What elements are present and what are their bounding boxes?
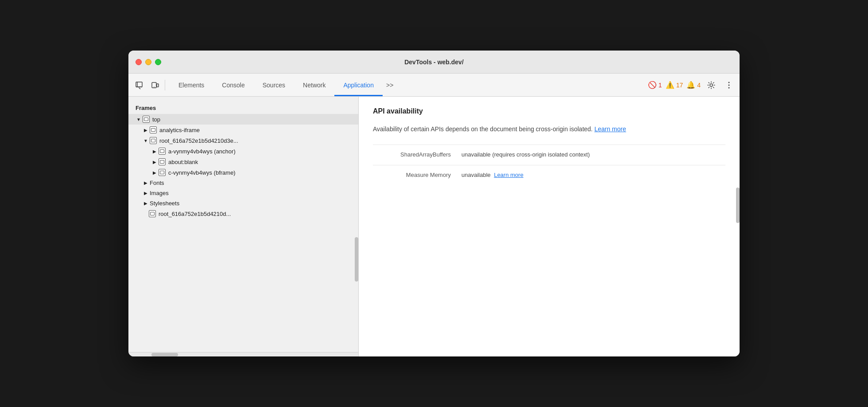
error-icon: 🚫 xyxy=(648,81,657,89)
sidebar-item-root[interactable]: root_616a752e1b5d4210d3e... xyxy=(128,135,358,146)
sidebar-item-root2[interactable]: root_616a752e1b5d4210d... xyxy=(128,208,358,219)
expand-icon xyxy=(151,169,158,176)
warning-count-badge[interactable]: ⚠️ 17 xyxy=(666,81,683,89)
svg-rect-0 xyxy=(136,82,142,87)
sidebar-section-frames: Frames xyxy=(128,102,358,114)
api-description: Availability of certain APIs depends on … xyxy=(373,124,674,134)
warning-icon: ⚠️ xyxy=(666,81,674,89)
sidebar-item-images[interactable]: Images xyxy=(128,188,358,198)
more-vertical-icon xyxy=(728,82,730,89)
right-panel-scrollbar xyxy=(736,97,740,356)
expand-icon xyxy=(143,190,149,196)
expand-icon xyxy=(136,116,142,122)
inspect-icon xyxy=(135,81,143,89)
tab-sources[interactable]: Sources xyxy=(254,75,294,96)
frame-icon xyxy=(159,158,166,165)
maximize-button[interactable] xyxy=(155,59,161,65)
shared-array-buffers-value: unavailable (requires cross-origin isola… xyxy=(461,150,725,160)
more-tabs-button[interactable]: >> xyxy=(383,74,397,96)
svg-point-5 xyxy=(154,86,155,87)
expand-icon xyxy=(143,200,149,207)
tab-console[interactable]: Console xyxy=(213,75,253,96)
inspect-element-button[interactable] xyxy=(132,78,146,92)
sidebar-item-fonts[interactable]: Fonts xyxy=(128,178,358,188)
svg-point-7 xyxy=(728,82,730,83)
window-title: DevTools - web.dev/ xyxy=(404,59,464,66)
sidebar-item-analytics-iframe[interactable]: analytics-iframe xyxy=(128,125,358,135)
close-button[interactable] xyxy=(136,59,142,65)
traffic-lights xyxy=(136,59,161,65)
expand-icon xyxy=(143,180,149,186)
expand-icon xyxy=(151,148,158,154)
sidebar-scroll-area[interactable]: Frames top analytics-iframe r xyxy=(128,97,358,352)
sidebar-item-stylesheets[interactable]: Stylesheets xyxy=(128,198,358,208)
sidebar-horizontal-scrollbar[interactable] xyxy=(128,352,358,356)
minimize-button[interactable] xyxy=(145,59,151,65)
measure-memory-label: Measure Memory xyxy=(373,171,461,178)
main-content: Frames top analytics-iframe r xyxy=(128,97,740,356)
sidebar-item-top[interactable]: top xyxy=(128,114,358,125)
learn-more-link-2[interactable]: Learn more xyxy=(494,172,523,178)
section-title: API availability xyxy=(373,107,725,115)
title-bar: DevTools - web.dev/ xyxy=(128,51,740,74)
shared-array-buffers-label: SharedArrayBuffers xyxy=(373,150,461,158)
tabs-container: Elements Console Sources Network Applica… xyxy=(170,74,397,96)
frame-icon xyxy=(150,126,157,133)
frame-icon xyxy=(149,210,156,217)
devtools-window: DevTools - web.dev/ Elements Co xyxy=(128,51,740,356)
frame-icon xyxy=(143,116,150,123)
svg-rect-4 xyxy=(157,84,159,87)
toolbar: Elements Console Sources Network Applica… xyxy=(128,74,740,97)
toolbar-right: 🚫 1 ⚠️ 17 🔔 4 xyxy=(648,78,736,92)
tab-network[interactable]: Network xyxy=(294,75,334,96)
sidebar-item-a-anchor[interactable]: a-vynmy4vb4wys (anchor) xyxy=(128,146,358,157)
measure-memory-value: unavailable Learn more xyxy=(461,171,725,180)
expand-icon xyxy=(151,159,158,165)
more-options-button[interactable] xyxy=(722,78,736,92)
settings-button[interactable] xyxy=(704,78,718,92)
right-panel[interactable]: API availability Availability of certain… xyxy=(359,97,740,356)
error-count-badge[interactable]: 🚫 1 xyxy=(648,81,662,89)
info-icon: 🔔 xyxy=(686,81,695,89)
horizontal-scrollbar-thumb xyxy=(151,353,178,356)
svg-point-8 xyxy=(728,84,730,86)
frame-icon xyxy=(150,137,157,144)
info-count-badge[interactable]: 🔔 4 xyxy=(686,81,701,89)
right-panel-scrollbar-thumb xyxy=(736,188,740,223)
device-toggle-button[interactable] xyxy=(148,78,162,92)
gear-icon xyxy=(707,81,715,89)
tab-application[interactable]: Application xyxy=(334,75,383,96)
frame-icon xyxy=(159,169,166,176)
expand-icon xyxy=(143,137,149,144)
sidebar-item-about-blank[interactable]: about:blank xyxy=(128,157,358,167)
svg-point-9 xyxy=(728,87,730,88)
expand-icon xyxy=(143,127,149,133)
sidebar-item-c-bframe[interactable]: c-vynmy4vb4wys (bframe) xyxy=(128,167,358,178)
learn-more-link-1[interactable]: Learn more xyxy=(594,125,626,133)
device-icon xyxy=(151,81,159,89)
shared-array-buffers-row: SharedArrayBuffers unavailable (requires… xyxy=(373,145,725,165)
toolbar-divider-1 xyxy=(165,80,165,90)
measure-memory-row: Measure Memory unavailable Learn more xyxy=(373,165,725,185)
tab-elements[interactable]: Elements xyxy=(170,75,213,96)
scrollbar-thumb xyxy=(355,237,358,282)
frame-icon xyxy=(159,148,166,155)
svg-point-6 xyxy=(710,84,713,86)
sidebar-wrapper: Frames top analytics-iframe r xyxy=(128,97,359,356)
